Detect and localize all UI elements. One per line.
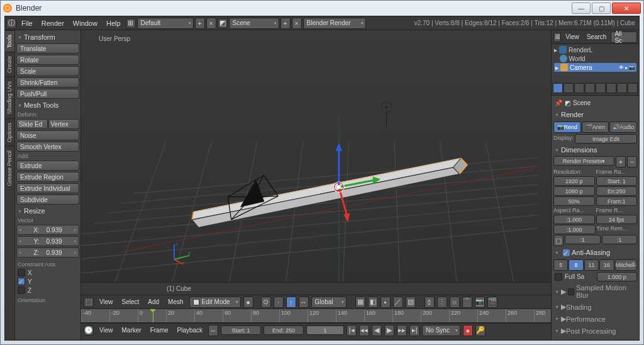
- vtab-grease-pencil[interactable]: Grease Pencil: [5, 146, 14, 190]
- extrude-region-button[interactable]: Extrude Region: [16, 172, 79, 182]
- render-image-button[interactable]: 📷Rend: [553, 122, 581, 133]
- jump-end-icon[interactable]: ▸|: [409, 325, 419, 336]
- outliner-filter-dropdown[interactable]: All Sc: [611, 31, 637, 43]
- aspect-x-field[interactable]: :1.000: [553, 215, 595, 224]
- scale-button[interactable]: Scale: [16, 66, 79, 76]
- context-modifiers-icon[interactable]: [617, 83, 627, 93]
- view3d-editor-icon[interactable]: ⬚: [84, 297, 94, 307]
- shrink-fatten-button[interactable]: Shrink/Fatten: [16, 77, 79, 88]
- antialiasing-panel-header[interactable]: ✓Anti-Aliasing: [553, 247, 637, 258]
- snap-type-icon[interactable]: ⋮: [437, 297, 447, 308]
- menu-help[interactable]: Help: [103, 18, 125, 28]
- preset-remove-button[interactable]: −: [627, 156, 637, 167]
- context-layers-icon[interactable]: [564, 83, 574, 93]
- view3d-menu-mesh[interactable]: Mesh: [165, 297, 186, 307]
- translate-button[interactable]: Translate: [16, 43, 79, 54]
- view3d-menu-select[interactable]: Select: [119, 297, 143, 307]
- pivot-align-icon[interactable]: ·: [274, 297, 284, 308]
- context-render-icon[interactable]: [553, 83, 563, 93]
- select-vertex-icon[interactable]: ▪: [380, 297, 391, 308]
- vtab-create[interactable]: Create: [5, 52, 14, 77]
- jump-start-icon[interactable]: |◂: [347, 325, 357, 336]
- limit-selection-icon[interactable]: ◧: [368, 297, 378, 308]
- remap-new-field[interactable]: :1: [602, 235, 638, 244]
- outliner-editor-icon[interactable]: ≣: [553, 32, 561, 42]
- scene-dropdown[interactable]: Scene▾: [229, 18, 279, 29]
- smooth-vertex-button[interactable]: Smooth Vertex: [16, 142, 79, 152]
- render-anim-button[interactable]: 🎬Anim: [582, 122, 609, 133]
- context-world-icon[interactable]: [585, 83, 595, 93]
- aspect-y-field[interactable]: :1.000: [553, 225, 596, 234]
- orientation-dropdown[interactable]: Global▾: [311, 297, 347, 308]
- auto-keyframe-icon[interactable]: ●: [463, 325, 473, 336]
- timeline-menu-playback[interactable]: Playback: [174, 325, 206, 335]
- current-frame-field[interactable]: 1: [306, 325, 344, 335]
- view3d-menu-add[interactable]: Add: [145, 297, 162, 307]
- info-editor-icon[interactable]: ⓘ: [6, 18, 16, 28]
- rotate-button[interactable]: Rotate: [16, 55, 79, 65]
- context-data-icon[interactable]: [628, 83, 638, 93]
- vtab-shading-uvs[interactable]: Shading UVs: [5, 77, 14, 118]
- aa-5-button[interactable]: 5: [553, 259, 568, 271]
- render-presets-dropdown[interactable]: Render Presets ▾: [553, 156, 614, 166]
- proportional-edit-icon[interactable]: ○: [450, 297, 460, 308]
- timeline-track[interactable]: -40-200204060801001201401601802002202402…: [81, 309, 551, 323]
- outliner-item-renderlayers[interactable]: ▸RenderL: [554, 45, 636, 54]
- resolution-percent-field[interactable]: 50%: [553, 196, 595, 206]
- scene-browse-icon[interactable]: ◩: [218, 18, 228, 28]
- shading-panel-header[interactable]: ▶ Shading: [553, 301, 637, 313]
- manipulator-toggle[interactable]: ↕: [286, 297, 296, 308]
- opengl-render-icon[interactable]: 📷: [475, 297, 485, 308]
- resolution-y-field[interactable]: 1080 p: [553, 186, 595, 196]
- use-preview-range-icon[interactable]: ↔: [208, 325, 218, 336]
- screen-layout-dropdown[interactable]: Default▾: [137, 18, 194, 29]
- transform-panel-header[interactable]: Transform: [16, 31, 79, 43]
- menu-file[interactable]: File: [18, 18, 36, 28]
- filter-size-field[interactable]: 1.000 p: [597, 272, 638, 281]
- slide-edge-button[interactable]: Slide Ed: [16, 119, 48, 129]
- end-frame-field[interactable]: En:250: [596, 186, 638, 196]
- extrude-individual-button[interactable]: Extrude Individual: [16, 183, 79, 193]
- render-audio-button[interactable]: 🔊Audio: [609, 122, 637, 133]
- outliner-menu-view[interactable]: View: [562, 32, 582, 42]
- fps-dropdown[interactable]: 24 fps: [596, 215, 638, 224]
- opengl-anim-icon[interactable]: 🎬: [487, 297, 497, 308]
- resolution-x-field[interactable]: 1920 p: [553, 176, 595, 186]
- vertex-button[interactable]: Vertex: [48, 119, 80, 129]
- render-engine-dropdown[interactable]: Blender Render▾: [303, 18, 366, 29]
- sync-mode-dropdown[interactable]: No Sync▾: [422, 325, 460, 336]
- vtab-tools[interactable]: Tools: [5, 30, 14, 52]
- context-constraints-icon[interactable]: [606, 83, 616, 93]
- context-object-icon[interactable]: [596, 83, 606, 93]
- context-scene-icon[interactable]: [574, 83, 584, 93]
- view3d-menu-view[interactable]: View: [96, 297, 116, 307]
- keyframe-next-icon[interactable]: ▸▸: [397, 325, 407, 336]
- select-edge-icon[interactable]: ／: [393, 297, 403, 308]
- vtab-options[interactable]: Options: [5, 118, 14, 146]
- timeline-menu-frame[interactable]: Frame: [147, 325, 172, 335]
- timeline-menu-marker[interactable]: Marker: [119, 325, 145, 335]
- select-face-icon[interactable]: ▧: [406, 297, 416, 308]
- timeline-menu-view[interactable]: View: [96, 325, 116, 335]
- timeline-editor-icon[interactable]: 🕒: [84, 325, 94, 336]
- aa-filter-dropdown[interactable]: Mitchell-: [615, 259, 638, 271]
- resize-panel-header[interactable]: Resize: [16, 205, 79, 217]
- aa-11-button[interactable]: 11: [584, 259, 599, 271]
- performance-panel-header[interactable]: ▶ Performance: [553, 313, 637, 325]
- mesh-tools-panel-header[interactable]: Mesh Tools: [16, 99, 79, 111]
- subdivide-button[interactable]: Subdivide: [16, 195, 79, 205]
- display-mode-dropdown[interactable]: Image Edit: [575, 134, 637, 144]
- scene-browser-icon[interactable]: ◩: [565, 99, 570, 106]
- outliner-item-world[interactable]: World: [554, 54, 636, 63]
- manipulator-translate-icon[interactable]: ↔: [299, 297, 309, 308]
- layout-remove-button[interactable]: ×: [206, 18, 216, 29]
- scene-add-button[interactable]: +: [280, 18, 291, 29]
- menu-window[interactable]: Window: [69, 18, 101, 28]
- push-pull-button[interactable]: Push/Pull: [16, 89, 79, 99]
- border-toggle[interactable]: ▢: [553, 235, 564, 246]
- vector-z-field[interactable]: ◂Z: 0.939▸: [16, 247, 79, 257]
- outliner-menu-search[interactable]: Search: [584, 32, 610, 42]
- layout-add-button[interactable]: +: [195, 18, 205, 29]
- remap-old-field[interactable]: :1: [565, 235, 601, 244]
- post-processing-panel-header[interactable]: ▶ Post Processing: [553, 325, 637, 337]
